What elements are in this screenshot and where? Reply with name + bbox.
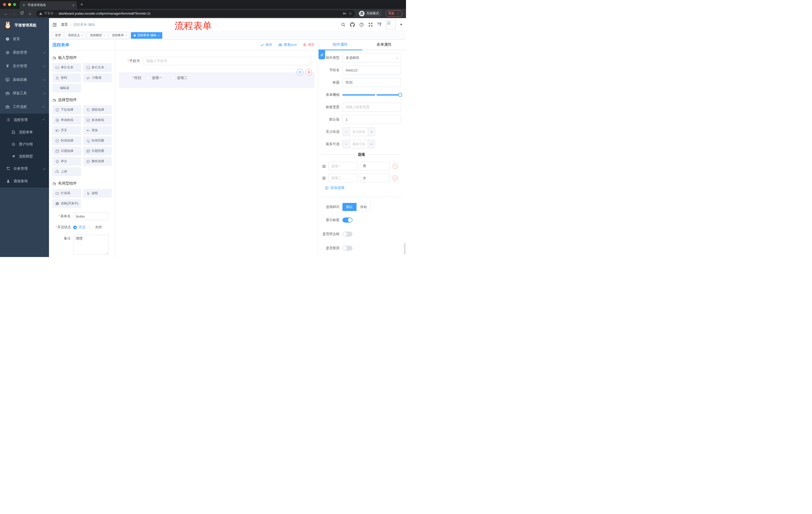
gender-form-item[interactable]: *性别 选项一 选项二	[122, 76, 315, 80]
link-tag[interactable]	[319, 50, 325, 59]
palette-item-rich-editor[interactable]: 编辑器	[52, 84, 81, 92]
sidebar-item-infrastructure[interactable]: 基础设施	[0, 73, 49, 86]
style-default-button[interactable]: 默认	[343, 203, 356, 211]
page-tab-process-form-edit[interactable]: 流程表单-编辑×	[131, 32, 162, 39]
page-tab-process-model[interactable]: 流程模型×	[87, 32, 108, 39]
breadcrumb-home[interactable]: 首页	[61, 22, 68, 27]
zoom-window-button[interactable]	[13, 3, 16, 6]
palette-item-row-container[interactable]: 行容器	[52, 189, 81, 198]
palette-item-table[interactable]: 表格[开发中]	[52, 199, 81, 208]
form-name-input[interactable]: biubiu	[73, 213, 109, 220]
resize-handle[interactable]	[106, 252, 108, 254]
palette-item-upload[interactable]: 上传	[52, 167, 81, 176]
field-name-input[interactable]: field122	[343, 65, 401, 75]
disabled-toggle[interactable]	[343, 246, 352, 251]
palette-item-button[interactable]: 按钮	[83, 189, 112, 198]
increment-button[interactable]: +	[368, 128, 375, 136]
palette-item-radio-group[interactable]: 单选框组	[52, 116, 81, 125]
view-json-button[interactable]: 查看json	[278, 43, 297, 47]
tab-close-icon[interactable]: ×	[158, 34, 159, 37]
palette-item-slider[interactable]: 滑块	[83, 126, 112, 135]
style-button-button[interactable]: 按钮	[356, 203, 371, 211]
checkbox-icon[interactable]	[171, 76, 175, 80]
palette-item-counter[interactable]: 123 计数器	[83, 74, 112, 82]
remove-option-button[interactable]: −	[393, 164, 398, 169]
close-window-button[interactable]	[3, 3, 6, 6]
sidebar-item-devtools[interactable]: 研发工具	[0, 86, 49, 100]
sidebar-item-leave-query[interactable]: 请假查询	[0, 175, 49, 188]
search-icon[interactable]	[341, 22, 345, 27]
remove-option-button[interactable]: −	[393, 175, 398, 181]
url-text[interactable]: dashboard.yudao.iocoder.cn/bpm/manager/f…	[59, 11, 341, 15]
page-tab-process-definition[interactable]: 流程定义×	[65, 32, 86, 39]
back-icon[interactable]: ←	[2, 11, 9, 16]
browser-menu-icon[interactable]: ⋮	[397, 11, 400, 15]
page-tab-home[interactable]: 首页	[52, 32, 64, 39]
home-icon[interactable]: ⌂	[27, 11, 33, 16]
minimize-window-button[interactable]	[8, 3, 11, 6]
gender-option1-checkbox[interactable]: 选项一	[146, 76, 162, 80]
avatar[interactable]	[386, 20, 396, 29]
decrement-button[interactable]: −	[343, 140, 350, 148]
option2-label-input[interactable]: 选项二	[328, 174, 358, 182]
form-canvas[interactable]: *手机号 请输入手机号	[115, 50, 318, 257]
palette-item-switch[interactable]: 开关	[52, 126, 81, 135]
scrollbar-thumb[interactable]	[404, 243, 406, 254]
sidebar-item-process-form[interactable]: 流程表单	[0, 126, 49, 138]
sidebar-item-payment[interactable]: ¥ 支付管理	[0, 59, 49, 73]
max-select-value[interactable]: 最多可选	[350, 140, 368, 148]
hamburger-icon[interactable]	[52, 23, 57, 27]
status-off-radio[interactable]: 关闭	[89, 225, 102, 229]
form-grid-slider[interactable]	[343, 94, 400, 96]
avatar-dropdown-caret-icon[interactable]	[400, 24, 403, 25]
checkbox-icon[interactable]	[146, 76, 150, 80]
browser-tab[interactable]: 芋道管理系统 ×	[20, 1, 77, 9]
palette-item-date-range[interactable]: 日期范围	[83, 146, 112, 155]
fullscreen-icon[interactable]	[368, 22, 373, 27]
sidebar-item-home[interactable]: 首页	[0, 32, 49, 46]
drag-handle-icon[interactable]	[322, 176, 326, 180]
font-size-icon[interactable]: TT	[377, 22, 381, 27]
bookmark-star-icon[interactable]: ☆	[349, 11, 352, 16]
palette-item-date-picker[interactable]: 日期选择	[52, 146, 81, 155]
default-value-input[interactable]: 1	[343, 115, 401, 124]
status-on-radio[interactable]: 开启	[73, 225, 85, 229]
increment-button[interactable]: +	[368, 140, 375, 148]
palette-item-select[interactable]: 下拉选择	[52, 105, 81, 114]
reload-icon[interactable]	[19, 11, 25, 16]
copy-component-button[interactable]	[297, 69, 303, 76]
component-type-select[interactable]: 多选框组	[343, 53, 401, 62]
border-toggle[interactable]	[343, 232, 352, 237]
option1-value-input[interactable]: 男	[360, 162, 390, 170]
tab-component-properties[interactable]: 组件属性	[318, 39, 362, 50]
sidebar-item-workflow[interactable]: 工作流程	[0, 100, 49, 114]
min-select-value[interactable]: 至少应选	[350, 128, 368, 136]
selected-component-gender[interactable]: *性别 选项一 选项二	[119, 72, 315, 88]
update-button[interactable]: 更新 ⋮	[385, 10, 403, 17]
option2-value-input[interactable]: 女	[360, 174, 390, 182]
tab-close-icon[interactable]: ×	[72, 3, 75, 7]
github-icon[interactable]	[350, 22, 355, 27]
palette-item-time-range[interactable]: 时间范围	[83, 136, 112, 145]
help-icon[interactable]	[359, 22, 364, 27]
phone-input[interactable]: 请输入手机号	[143, 57, 311, 65]
page-tab-process-form[interactable]: 流程表单×	[109, 32, 129, 39]
forward-icon[interactable]: →	[10, 11, 17, 16]
slider-handle[interactable]	[398, 93, 402, 97]
tab-close-icon[interactable]: ×	[103, 34, 105, 37]
sidebar-item-user-group[interactable]: 用户分组	[0, 138, 49, 151]
new-tab-button[interactable]: +	[80, 2, 83, 7]
palette-item-time-picker[interactable]: 时间选择	[52, 136, 81, 145]
sidebar-item-system[interactable]: 系统管理	[0, 46, 49, 59]
save-button[interactable]: 保存	[260, 43, 272, 47]
phone-form-item[interactable]: *手机号 请输入手机号	[115, 57, 318, 65]
add-option-button[interactable]: 添加选项	[325, 186, 401, 190]
drag-handle-icon[interactable]	[322, 164, 326, 168]
tab-form-properties[interactable]: 表单属性	[362, 39, 406, 50]
key-icon[interactable]	[343, 11, 347, 16]
palette-item-single-line-text[interactable]: 单行文本	[52, 63, 81, 72]
gender-option2-checkbox[interactable]: 选项二	[171, 76, 187, 80]
url-bar[interactable]: 不安全 | dashboard.yudao.iocoder.cn/bpm/man…	[36, 10, 355, 17]
show-label-toggle[interactable]	[343, 218, 352, 222]
decrement-button[interactable]: −	[343, 128, 350, 136]
